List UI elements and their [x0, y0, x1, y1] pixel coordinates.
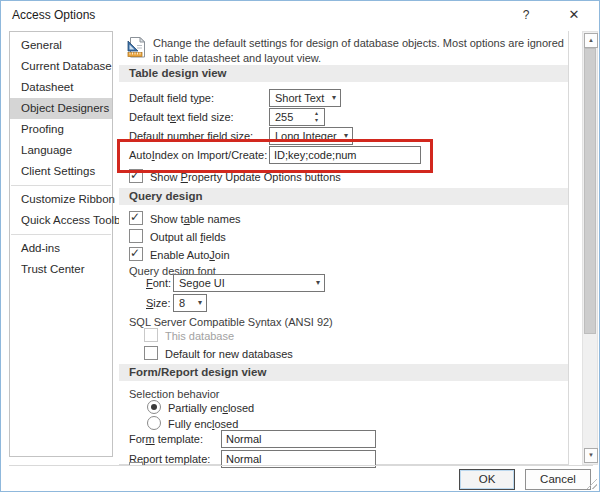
- chevron-down-icon: ▾: [344, 128, 348, 144]
- chevron-down-icon: ▾: [332, 90, 336, 106]
- autoindex-label: AutoIndex on Import/Create:: [129, 149, 267, 161]
- show-property-update-checkbox[interactable]: ✓: [129, 169, 143, 183]
- form-template-row: Form template:: [129, 430, 568, 448]
- section-header-query-design: Query design: [119, 188, 568, 205]
- query-font-size-dropdown[interactable]: 8▾: [173, 294, 207, 312]
- chevron-down-icon: ▾: [198, 295, 202, 311]
- default-field-type-label: Default field type:: [129, 92, 214, 104]
- default-number-field-size-label: Default number field size:: [129, 130, 253, 142]
- panel-description: Change the default settings for design o…: [153, 36, 573, 66]
- scroll-down-icon[interactable]: ▼: [584, 448, 598, 463]
- sidebar-divider: [11, 185, 111, 186]
- partially-enclosed-radio[interactable]: [147, 400, 161, 414]
- title-bar: Access Options ? ✕: [1, 1, 599, 28]
- show-table-names-checkbox[interactable]: ✓: [129, 211, 143, 225]
- sidebar-item-language[interactable]: Language: [10, 140, 112, 161]
- dialog-title: Access Options: [12, 8, 95, 22]
- this-database-label: This database: [165, 330, 234, 342]
- default-for-new-databases-row: ✓Default for new databases: [144, 345, 293, 363]
- ok-button[interactable]: OK: [459, 469, 515, 490]
- output-all-fields-checkbox[interactable]: ✓: [129, 229, 143, 243]
- enable-autojoin-checkbox[interactable]: ✓: [129, 247, 143, 261]
- fully-enclosed-radio[interactable]: [147, 416, 161, 430]
- sidebar-item-proofing[interactable]: Proofing: [10, 119, 112, 140]
- default-text-field-size-row: Default text field size: 255▴▾: [129, 108, 568, 126]
- sidebar-item-trust-center[interactable]: Trust Center: [10, 259, 112, 280]
- size-label: Size:: [146, 297, 170, 309]
- check-icon: ✓: [130, 208, 140, 226]
- this-database-row: ✓This database: [144, 327, 234, 345]
- scroll-up-icon[interactable]: ▲: [584, 33, 598, 48]
- output-all-fields-row: ✓Output all fields: [129, 228, 226, 246]
- sidebar-item-object-designers[interactable]: Object Designers: [10, 98, 112, 119]
- vertical-scrollbar[interactable]: ▲ ▼: [582, 31, 598, 465]
- check-icon: ✓: [130, 244, 140, 262]
- default-for-new-databases-checkbox[interactable]: ✓: [144, 346, 158, 360]
- options-sidebar: General Current Database Datasheet Objec…: [9, 31, 113, 457]
- query-font-dropdown[interactable]: Segoe UI▾: [173, 274, 325, 292]
- section-header-table-design-view: Table design view: [119, 65, 568, 82]
- sidebar-item-general[interactable]: General: [10, 35, 112, 56]
- font-label: Font:: [146, 277, 171, 289]
- default-field-type-dropdown[interactable]: Short Text▾: [269, 89, 341, 107]
- show-property-update-label: Show Property Update Options buttons: [150, 171, 341, 183]
- query-font-size-row: Size: 8▾: [146, 294, 568, 312]
- default-text-field-size-stepper[interactable]: 255▴▾: [269, 108, 325, 126]
- autoindex-input[interactable]: [269, 146, 421, 164]
- default-text-field-size-label: Default text field size:: [129, 111, 234, 123]
- default-number-field-size-dropdown[interactable]: Long Integer▾: [269, 127, 353, 145]
- default-number-field-size-row: Default number field size: Long Integer▾: [129, 127, 568, 145]
- section-header-form-report-design-view: Form/Report design view: [119, 364, 568, 381]
- spinner-up-icon[interactable]: ▴: [312, 110, 321, 117]
- default-for-new-databases-label: Default for new databases: [165, 348, 293, 360]
- form-template-input[interactable]: [221, 430, 376, 448]
- check-icon: ✓: [130, 166, 140, 184]
- show-table-names-row: ✓Show table names: [129, 210, 241, 228]
- footer-separator: [9, 465, 593, 466]
- autoindex-row: AutoIndex on Import/Create:: [129, 146, 568, 164]
- cancel-button[interactable]: Cancel: [525, 469, 591, 490]
- sidebar-divider: [11, 234, 111, 235]
- this-database-checkbox: ✓: [144, 328, 158, 342]
- sidebar-item-quick-access-toolbar[interactable]: Quick Access Toolbar: [10, 210, 112, 231]
- query-font-row: Font: Segoe UI▾: [146, 274, 568, 292]
- default-field-type-row: Default field type: Short Text▾: [129, 89, 568, 107]
- spinner-down-icon[interactable]: ▾: [312, 117, 321, 124]
- sidebar-item-customize-ribbon[interactable]: Customize Ribbon: [10, 189, 112, 210]
- help-icon[interactable]: ?: [511, 5, 541, 25]
- show-property-update-row: ✓Show Property Update Options buttons: [129, 168, 568, 186]
- design-objects-icon: [126, 36, 149, 61]
- chevron-down-icon: ▾: [316, 275, 320, 291]
- access-options-dialog: Access Options ? ✕ General Current Datab…: [0, 0, 600, 492]
- form-template-label: Form template:: [129, 433, 203, 445]
- close-icon[interactable]: ✕: [559, 5, 589, 25]
- scrollbar-thumb[interactable]: [584, 48, 596, 334]
- sidebar-item-client-settings[interactable]: Client Settings: [10, 161, 112, 182]
- sidebar-item-datasheet[interactable]: Datasheet: [10, 77, 112, 98]
- sidebar-item-add-ins[interactable]: Add-ins: [10, 238, 112, 259]
- sidebar-item-current-database[interactable]: Current Database: [10, 56, 112, 77]
- object-designers-panel: Change the default settings for design o…: [119, 31, 569, 465]
